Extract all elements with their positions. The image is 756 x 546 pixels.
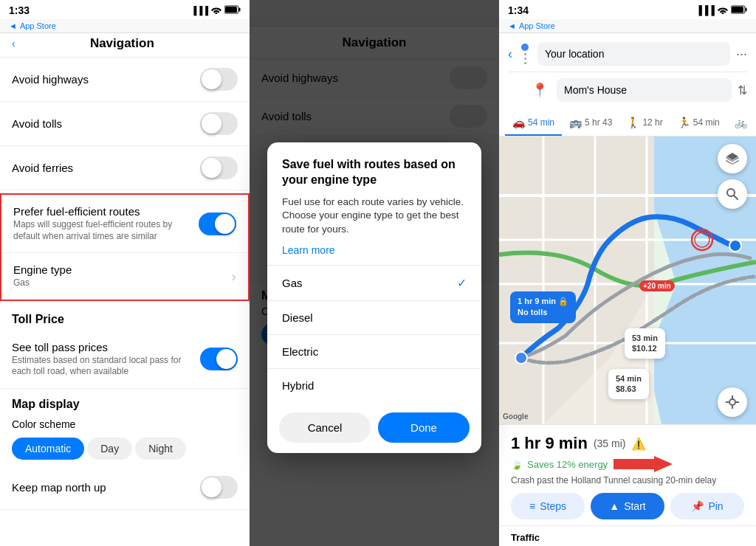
scheme-automatic-1[interactable]: Automatic bbox=[12, 438, 84, 460]
fuel-efficient-toggle[interactable] bbox=[199, 212, 236, 235]
dialog-option-gas[interactable]: Gas ✓ bbox=[267, 266, 481, 301]
location-icon bbox=[725, 395, 740, 410]
signal-icon-3: ▐▐▐ bbox=[695, 5, 715, 15]
scheme-day-1[interactable]: Day bbox=[87, 438, 132, 460]
warning-icon: ⚠️ bbox=[631, 437, 646, 451]
steps-icon: ≡ bbox=[529, 500, 535, 512]
fuel-efficient-label: Prefer fuel-efficient routes bbox=[13, 205, 199, 218]
avoid-tolls-row: Avoid tolls bbox=[0, 102, 250, 146]
time-1: 1:33 bbox=[9, 4, 30, 16]
fuel-efficient-content: Prefer fuel-efficient routes Maps will s… bbox=[13, 205, 199, 242]
my-location-button[interactable] bbox=[718, 387, 747, 417]
no-tolls-label: No tolls bbox=[518, 307, 568, 318]
dialog-cancel-button[interactable]: Cancel bbox=[279, 412, 371, 443]
avoid-tolls-label: Avoid tolls bbox=[12, 117, 62, 130]
toll-pass-row: See toll pass prices Estimates based on … bbox=[0, 331, 250, 389]
steps-label: Steps bbox=[540, 500, 566, 512]
back-button-1[interactable]: ‹ bbox=[12, 38, 16, 49]
battery-icon-3 bbox=[731, 5, 747, 16]
electric-label: Electric bbox=[282, 345, 318, 358]
svg-point-21 bbox=[729, 399, 735, 405]
toll-pass-toggle[interactable] bbox=[200, 348, 238, 370]
dest-pin-icon: 📍 bbox=[532, 82, 548, 98]
svg-rect-5 bbox=[732, 7, 743, 13]
start-icon: ▲ bbox=[609, 500, 619, 512]
bottom-route-info: 1 hr 9 min (35 mi) ⚠️ 🍃 Saves 12% energy… bbox=[499, 424, 756, 525]
back-button-3[interactable]: ‹ bbox=[508, 46, 512, 62]
gas-label: Gas bbox=[282, 277, 303, 289]
svg-rect-4 bbox=[746, 7, 747, 11]
svg-line-20 bbox=[734, 196, 738, 199]
more-options-button[interactable]: ··· bbox=[736, 46, 747, 62]
google-logo: Google bbox=[503, 412, 528, 421]
layers-icon bbox=[725, 151, 740, 166]
engine-type-row[interactable]: Engine type Gas bbox=[1, 252, 248, 300]
origin-input[interactable]: Your location bbox=[537, 42, 730, 66]
origin-dot bbox=[521, 44, 529, 51]
layers-button[interactable] bbox=[718, 144, 747, 173]
dialog-done-button[interactable]: Done bbox=[378, 412, 470, 443]
traffic-label: Traffic bbox=[499, 525, 756, 546]
route-header: ‹ Your location ··· 📍 Mom's House ⇅ bbox=[499, 33, 756, 111]
swap-button[interactable]: ⇅ bbox=[738, 83, 747, 97]
diesel-label: Diesel bbox=[282, 311, 313, 324]
dialog-option-electric[interactable]: Electric bbox=[267, 335, 481, 369]
route-time: 1 hr 9 min bbox=[511, 434, 588, 453]
status-icons-1: ▐▐▐ bbox=[191, 5, 241, 15]
keep-north-row: Keep map north up bbox=[0, 466, 250, 510]
route-54-price: $8.63 bbox=[616, 384, 642, 394]
svg-marker-26 bbox=[614, 456, 673, 472]
avoid-highways-toggle[interactable] bbox=[200, 68, 238, 91]
run-icon: 🏃 bbox=[678, 117, 690, 128]
avoid-highways-label: Avoid highways bbox=[12, 73, 89, 86]
start-button[interactable]: ▲ Start bbox=[591, 493, 664, 519]
dest-input[interactable]: Mom's House bbox=[557, 78, 732, 102]
avoid-tolls-toggle[interactable] bbox=[200, 112, 238, 135]
dialog-content: Save fuel with routes based on your engi… bbox=[267, 142, 481, 256]
transport-car[interactable]: 🚗 54 min bbox=[505, 111, 562, 136]
route-54-time: 54 min bbox=[616, 373, 642, 384]
route-dot-1 bbox=[524, 53, 526, 55]
dialog-option-diesel[interactable]: Diesel bbox=[267, 301, 481, 335]
fuel-efficient-row: Prefer fuel-efficient routes Maps will s… bbox=[1, 195, 248, 252]
run-time: 54 min bbox=[693, 117, 720, 128]
toll-price-title: Toll Price bbox=[0, 304, 250, 331]
route-dot-3 bbox=[524, 62, 526, 64]
status-bar-1: 1:33 ▐▐▐ bbox=[0, 0, 250, 19]
transport-bike[interactable]: 🚲 bbox=[727, 111, 755, 136]
dialog-learn-more[interactable]: Learn more bbox=[282, 244, 467, 256]
car-time: 54 min bbox=[528, 117, 554, 128]
route-54min-badge: 54 min $8.63 bbox=[608, 369, 649, 399]
appstore-bar-1[interactable]: ◄ App Store bbox=[0, 19, 250, 33]
keep-north-toggle[interactable] bbox=[200, 476, 238, 499]
back-arrow-icon-3: ◄ bbox=[508, 21, 516, 30]
pin-button[interactable]: 📌 Pin bbox=[670, 493, 744, 519]
dialog-title: Save fuel with routes based on your engi… bbox=[282, 157, 467, 188]
map-view[interactable]: 1 hr 9 min 🔒 No tolls +20 min 53 min $10… bbox=[499, 136, 756, 424]
avoid-ferries-toggle[interactable] bbox=[200, 156, 238, 179]
battery-icon bbox=[224, 5, 241, 15]
appstore-label-1: App Store bbox=[20, 21, 56, 30]
car-icon: 🚗 bbox=[512, 117, 525, 128]
bus-time: 5 hr 43 bbox=[585, 117, 612, 128]
transport-bus[interactable]: 🚌 5 hr 43 bbox=[562, 111, 619, 136]
svg-point-15 bbox=[515, 352, 527, 364]
fuel-efficient-sublabel: Maps will suggest fuel-efficient routes … bbox=[13, 219, 199, 242]
steps-button[interactable]: ≡ Steps bbox=[511, 493, 585, 519]
engine-type-value: Gas bbox=[13, 277, 231, 289]
transport-run[interactable]: 🏃 54 min bbox=[670, 111, 727, 136]
color-scheme-label-1: Color scheme bbox=[0, 415, 250, 432]
map-search-button[interactable] bbox=[718, 179, 747, 209]
walk-time: 12 hr bbox=[642, 117, 662, 128]
transport-walk[interactable]: 🚶 12 hr bbox=[619, 111, 670, 136]
wifi-icon-3 bbox=[718, 5, 728, 16]
route-time-row: 1 hr 9 min (35 mi) ⚠️ bbox=[511, 434, 744, 453]
avoid-ferries-label: Avoid ferries bbox=[12, 162, 73, 174]
transport-tabs: 🚗 54 min 🚌 5 hr 43 🚶 12 hr 🏃 54 min 🚲 bbox=[499, 111, 756, 136]
appstore-bar-3[interactable]: ◄ App Store bbox=[499, 19, 756, 33]
toll-pass-label: See toll pass prices bbox=[12, 341, 200, 353]
dialog-option-hybrid[interactable]: Hybrid bbox=[267, 369, 481, 402]
dialog-buttons: Cancel Done bbox=[267, 402, 481, 453]
scheme-night-1[interactable]: Night bbox=[135, 438, 186, 460]
dialog-body: Fuel use for each route varies by vehicl… bbox=[282, 196, 467, 238]
